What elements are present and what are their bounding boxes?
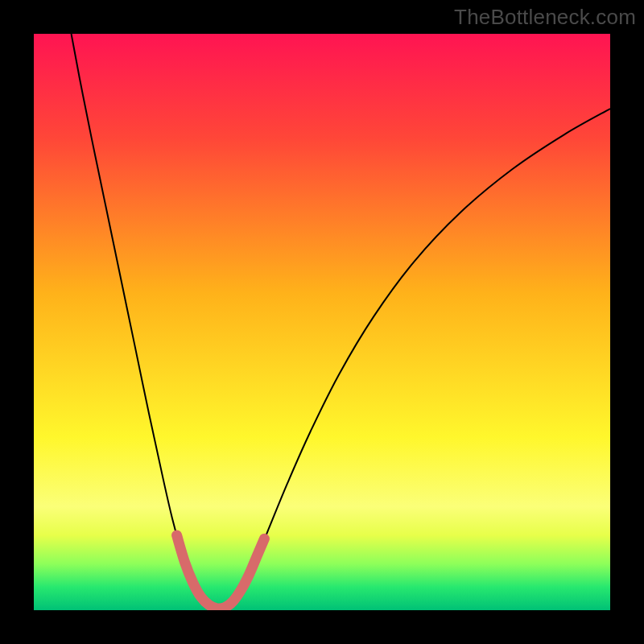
plot-background xyxy=(34,34,610,610)
watermark-text: TheBottleneck.com xyxy=(454,5,636,30)
bottleneck-chart xyxy=(0,0,644,644)
chart-frame: TheBottleneck.com xyxy=(0,0,644,644)
